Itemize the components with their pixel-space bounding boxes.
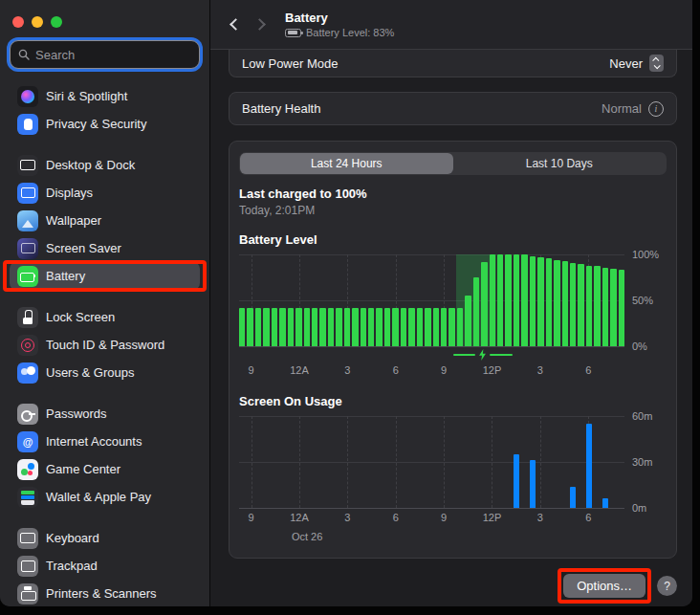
sidebar-item-privacy[interactable]: Privacy & Security [10,110,200,138]
sidebar-item-gamecenter[interactable]: Game Center [10,455,200,483]
sidebar-item-desktop[interactable]: Desktop & Dock [10,151,200,179]
chart-bar [514,254,519,346]
sidebar-item-screensaver[interactable]: Screen Saver [10,234,200,262]
x-axis-label: 9 [441,512,447,523]
chart-bar [336,308,341,346]
chart-bar [530,256,536,346]
battery-chart-plot: 100%50%0% [239,254,624,346]
sidebar-item-label: Screen Saver [46,241,121,255]
tab-last-24-hours[interactable]: Last 24 Hours [240,153,453,174]
sidebar-item-internet[interactable]: @Internet Accounts [10,428,200,455]
users-groups-icon [17,362,38,384]
sidebar-item-label: Siri & Spotlight [46,89,127,103]
chart-bar [279,308,285,346]
gridline-horizontal [239,508,624,509]
chart-bar [255,308,261,346]
chart-bar [384,308,390,346]
chart-bar [433,308,439,346]
y-axis-label: 60m [632,410,652,422]
chart-bar [530,460,536,508]
game-center-icon [17,459,38,480]
low-power-mode-row: Low Power Mode Never [229,50,677,77]
sidebar-item-users[interactable]: Users & Groups [10,359,200,386]
chart-bar [368,308,374,346]
y-axis-label: 30m [632,456,652,468]
low-power-mode-popup[interactable]: Never [609,55,664,72]
x-axis-label: 9 [441,364,447,376]
x-axis-label: 3 [344,512,350,523]
chart-bar [441,308,447,346]
sidebar-item-trackpad[interactable]: Trackpad [10,552,200,580]
chart-bar [239,308,245,346]
siri-icon [17,86,38,107]
sidebar-item-wallet[interactable]: Wallet & Apple Pay [10,483,200,511]
sidebar-item-label: Lock Screen [46,310,115,324]
info-icon[interactable]: i [648,101,664,117]
sidebar-item-battery[interactable]: Battery [10,262,200,290]
chart-bar [481,262,487,346]
chart-bar [562,261,568,346]
search-field[interactable] [10,40,200,69]
sidebar-item-label: Battery [46,269,85,283]
sidebar-item-label: Desktop & Dock [46,158,135,172]
zoom-button[interactable] [51,16,62,28]
footer: Options… ? [229,574,677,598]
charging-line [453,354,476,357]
chart-bar [376,308,382,346]
x-axis-label: 6 [393,512,399,523]
usage-card: Last 24 Hours Last 10 Days Last charged … [229,141,677,559]
battery-chart-x-axis: 912A36912P36 [239,364,624,379]
x-axis-label: 12P [483,364,502,376]
last-charged-subtitle: Today, 2:01PM [239,204,667,217]
internet-accounts-icon: @ [17,431,38,452]
sidebar-item-siri[interactable]: Siri & Spotlight [10,82,200,110]
keyboard-icon [17,528,38,549]
chart-bar [408,308,414,346]
wallpaper-icon [17,210,38,231]
charging-line [490,354,513,357]
forward-button[interactable] [253,18,266,31]
chart-bar [392,308,398,346]
popup-chevrons-icon[interactable] [649,55,664,72]
sidebar-item-label: Internet Accounts [46,434,142,449]
sidebar-item-label: Trackpad [46,559,98,573]
chart-bar [344,308,350,346]
low-power-mode-value: Never [609,56,643,71]
close-button[interactable] [12,16,24,28]
search-input[interactable] [35,48,191,62]
sidebar-item-label: Wallet & Apple Pay [46,490,151,504]
pane-header: Battery Battery Level: 83% [210,0,692,50]
screen-saver-icon [17,238,38,259]
x-axis-label: 6 [393,364,399,376]
y-axis-label: 100% [632,249,659,260]
minimize-button[interactable] [32,16,43,28]
sidebar-item-displays[interactable]: Displays [10,179,200,207]
sidebar-item-label: Passwords [46,406,107,421]
chart-bar [586,424,592,508]
sidebar-item-printers[interactable]: Printers & Scanners [10,580,200,606]
sidebar-item-label: Keyboard [46,531,99,545]
sidebar-item-touchid[interactable]: Touch ID & Password [10,331,200,359]
chart-bar [319,308,325,346]
options-button[interactable]: Options… [563,574,645,598]
sidebar-item-keyboard[interactable]: Keyboard [10,524,200,552]
sidebar-item-passwords[interactable]: Passwords [10,400,200,428]
battery-pane: Battery Battery Level: 83% Low Power Mod… [210,0,692,606]
chart-bar [304,308,310,346]
printers-scanners-icon [17,583,38,604]
back-button[interactable] [230,18,242,31]
chart-bar [619,270,624,346]
sidebar-item-lock[interactable]: Lock Screen [10,303,200,331]
screen-usage-chart-plot: 60m30m0m [239,416,624,508]
chart-bar [295,308,301,346]
chart-bar [554,260,559,346]
battery-level-chart: Battery Level 100%50%0% 912A369 [239,232,667,379]
chart-bar [578,264,583,346]
battery-chart-title: Battery Level [239,232,667,247]
tab-last-10-days[interactable]: Last 10 Days [453,153,667,174]
battery-level-text: Battery Level: 83% [306,27,394,38]
help-button[interactable]: ? [657,576,677,596]
chart-bar [546,258,552,346]
chart-bar [594,266,600,346]
sidebar-item-wallpaper[interactable]: Wallpaper [10,207,200,234]
